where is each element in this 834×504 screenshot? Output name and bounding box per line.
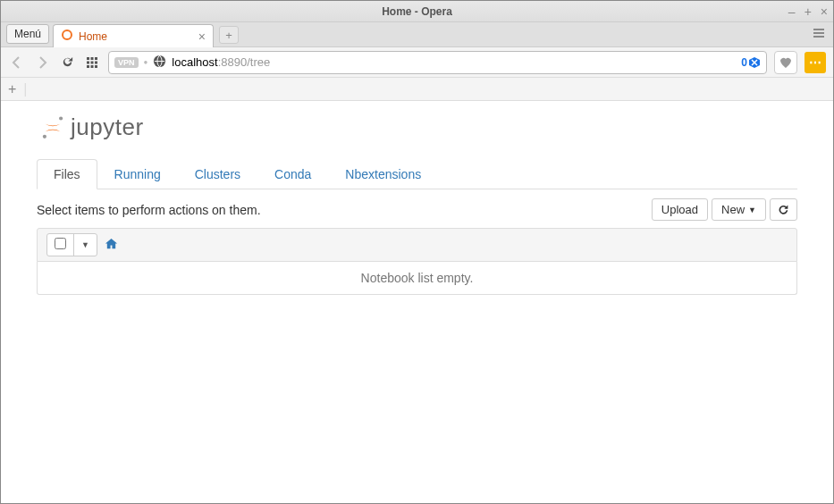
svg-point-15 — [59, 116, 63, 120]
file-list-header: ▼ — [37, 228, 797, 262]
browser-tab-title: Home — [79, 30, 107, 43]
svg-point-0 — [63, 30, 72, 39]
actions-row: Select items to perform actions on them.… — [37, 198, 797, 221]
refresh-button[interactable] — [770, 198, 797, 221]
hint-text: Select items to perform actions on them. — [37, 203, 261, 217]
svg-rect-7 — [87, 61, 89, 63]
svg-rect-6 — [95, 57, 97, 60]
jupyter-logo[interactable]: jupyter — [40, 113, 797, 141]
back-icon[interactable] — [8, 54, 26, 71]
tab-files[interactable]: Files — [37, 159, 97, 189]
svg-rect-2 — [813, 32, 824, 34]
caret-down-icon: ▼ — [748, 206, 756, 214]
svg-rect-8 — [91, 61, 94, 63]
new-button-label: New — [721, 203, 745, 216]
new-button[interactable]: New ▼ — [712, 198, 766, 221]
breadcrumb-home-icon[interactable] — [105, 237, 118, 253]
svg-rect-9 — [95, 61, 97, 63]
svg-rect-5 — [91, 57, 94, 60]
forward-icon[interactable] — [33, 54, 51, 71]
vpn-dot-icon: ● — [144, 58, 148, 66]
bookmarks-bar: + | — [1, 78, 833, 101]
bookmark-heart-icon[interactable] — [774, 51, 797, 74]
vpn-badge[interactable]: VPN — [114, 57, 139, 68]
page-content: jupyter Files Running Clusters Conda Nbe… — [1, 101, 833, 503]
select-dropdown-icon[interactable]: ▼ — [74, 237, 97, 253]
upload-button[interactable]: Upload — [652, 198, 708, 221]
new-tab-button[interactable]: + — [219, 26, 239, 44]
empty-message: Notebook list empty. — [38, 262, 796, 294]
refresh-icon — [778, 204, 789, 215]
minimize-icon[interactable]: – — [788, 4, 796, 19]
browser-navbar: VPN ● localhost:8890/tree 0 ⋯ — [1, 47, 833, 78]
window-title: Home - Opera — [382, 5, 452, 18]
address-host: localhost — [172, 55, 217, 69]
tab-conda[interactable]: Conda — [257, 159, 328, 189]
opera-window: Home - Opera – + × Menú Home × + — [0, 0, 834, 504]
address-rest: :8890/tree — [218, 55, 271, 69]
speed-dial-icon[interactable] — [83, 54, 101, 71]
address-bar[interactable]: VPN ● localhost:8890/tree 0 — [108, 51, 767, 74]
jupyter-tabs: Files Running Clusters Conda Nbextension… — [37, 159, 797, 189]
adblock-badge[interactable]: 0 — [741, 56, 761, 69]
browser-tab-home[interactable]: Home × — [53, 24, 214, 47]
tab-clusters[interactable]: Clusters — [178, 159, 257, 189]
address-text: localhost:8890/tree — [172, 55, 270, 69]
window-titlebar: Home - Opera – + × — [1, 1, 833, 22]
sidebar-toggle-icon[interactable] — [812, 26, 826, 43]
close-icon[interactable]: × — [821, 4, 828, 19]
maximize-icon[interactable]: + — [805, 4, 812, 19]
jupyter-logo-text: jupyter — [71, 113, 144, 141]
tab-running[interactable]: Running — [97, 159, 178, 189]
tab-close-icon[interactable]: × — [198, 29, 206, 44]
reload-icon[interactable] — [58, 54, 76, 71]
window-controls: – + × — [788, 1, 828, 21]
add-bookmark-icon[interactable]: + — [8, 81, 16, 97]
extensions-icon[interactable]: ⋯ — [805, 52, 826, 73]
svg-rect-12 — [95, 65, 97, 68]
browser-tabstrip: Menú Home × + — [1, 22, 833, 47]
opera-menu-button[interactable]: Menú — [6, 24, 49, 44]
tab-nbextensions[interactable]: Nbextensions — [328, 159, 438, 189]
svg-rect-4 — [87, 57, 89, 60]
jupyter-logo-icon — [40, 115, 65, 140]
svg-rect-11 — [91, 65, 94, 68]
file-list: Notebook list empty. — [37, 262, 797, 295]
jupyter-favicon-icon — [61, 29, 73, 44]
svg-point-16 — [43, 134, 46, 138]
svg-rect-1 — [813, 29, 824, 30]
select-all-control[interactable]: ▼ — [46, 233, 97, 256]
address-right: 0 — [741, 56, 761, 69]
svg-rect-10 — [87, 65, 89, 68]
select-all-checkbox[interactable] — [47, 234, 74, 256]
site-info-icon[interactable] — [153, 55, 166, 71]
svg-rect-3 — [813, 36, 824, 38]
adblock-count: 0 — [741, 56, 747, 69]
